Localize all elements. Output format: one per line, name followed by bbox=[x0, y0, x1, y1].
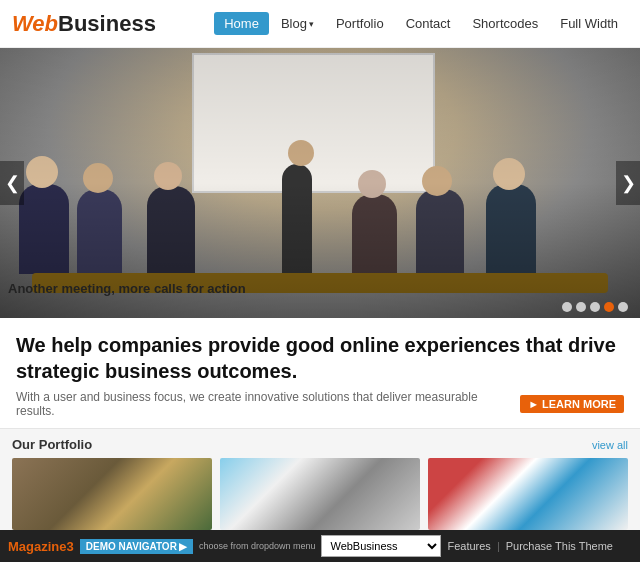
circle-arrow-icon: ► bbox=[528, 398, 539, 410]
hero-slider: ❮ ❯ Another meeting, more calls for acti… bbox=[0, 48, 640, 318]
bottom-bar: Magazine3 DEMO NAVIGATOR ▶ choose from d… bbox=[0, 530, 640, 562]
logo: WebBusiness bbox=[12, 11, 156, 37]
portfolio-header: Our Portfolio view all bbox=[12, 437, 628, 452]
nav-item-home[interactable]: Home bbox=[214, 12, 269, 35]
hero-dot-4[interactable] bbox=[604, 302, 614, 312]
nav-item-contact[interactable]: Contact bbox=[396, 12, 461, 35]
arrow-right-icon: ❯ bbox=[621, 172, 636, 194]
pipe-separator: | bbox=[497, 540, 500, 552]
demo-nav-subtitle: choose from dropdown menu bbox=[199, 541, 316, 551]
learn-more-button[interactable]: ► LEARN MORE bbox=[520, 395, 624, 413]
portfolio-section: Our Portfolio view all bbox=[0, 429, 640, 536]
logo-business: Business bbox=[58, 11, 156, 36]
mag-logo-text: Magazine3 bbox=[8, 539, 74, 554]
demo-nav-label: DEMO NAVIGATOR bbox=[86, 541, 177, 552]
demo-nav-arrow-icon: ▶ bbox=[179, 541, 187, 552]
hero-dot-5[interactable] bbox=[618, 302, 628, 312]
portfolio-thumb-3[interactable] bbox=[428, 458, 628, 530]
portfolio-thumb-1[interactable] bbox=[12, 458, 212, 530]
learn-more-label: LEARN MORE bbox=[542, 398, 616, 410]
nav-item-portfolio[interactable]: Portfolio bbox=[326, 12, 394, 35]
nav-item-shortcodes[interactable]: Shortcodes bbox=[462, 12, 548, 35]
demo-navigator-badge[interactable]: DEMO NAVIGATOR ▶ bbox=[80, 539, 193, 554]
nav-item-full width[interactable]: Full Width bbox=[550, 12, 628, 35]
hero-next-button[interactable]: ❯ bbox=[616, 161, 640, 205]
hero-dots bbox=[562, 302, 628, 312]
magazine3-logo: Magazine3 bbox=[8, 539, 74, 554]
features-link[interactable]: Features bbox=[447, 540, 490, 552]
nav: HomeBlog▾PortfolioContactShortcodesFull … bbox=[214, 12, 628, 35]
hero-prev-button[interactable]: ❮ bbox=[0, 161, 24, 205]
portfolio-view-all[interactable]: view all bbox=[592, 439, 628, 451]
purchase-theme-link[interactable]: Purchase This Theme bbox=[506, 540, 613, 552]
chevron-down-icon: ▾ bbox=[309, 19, 314, 29]
hero-image bbox=[0, 48, 640, 318]
portfolio-label: Our Portfolio bbox=[12, 437, 92, 452]
hero-dot-1[interactable] bbox=[562, 302, 572, 312]
hero-dot-3[interactable] bbox=[590, 302, 600, 312]
tagline-heading: We help companies provide good online ex… bbox=[16, 332, 624, 384]
nav-item-blog[interactable]: Blog▾ bbox=[271, 12, 324, 35]
theme-select[interactable]: WebBusiness bbox=[321, 535, 441, 557]
hero-caption: Another meeting, more calls for action bbox=[8, 281, 246, 296]
arrow-left-icon: ❮ bbox=[5, 172, 20, 194]
hero-dot-2[interactable] bbox=[576, 302, 586, 312]
portfolio-thumbs bbox=[12, 458, 628, 530]
header: WebBusiness HomeBlog▾PortfolioContactSho… bbox=[0, 0, 640, 48]
tagline-subtext: With a user and business focus, we creat… bbox=[16, 390, 512, 418]
portfolio-thumb-2[interactable] bbox=[220, 458, 420, 530]
logo-web: Web bbox=[12, 11, 58, 36]
hero-overlay bbox=[0, 48, 640, 318]
tagline-section: We help companies provide good online ex… bbox=[0, 318, 640, 429]
tagline-subtext-row: With a user and business focus, we creat… bbox=[16, 390, 624, 418]
